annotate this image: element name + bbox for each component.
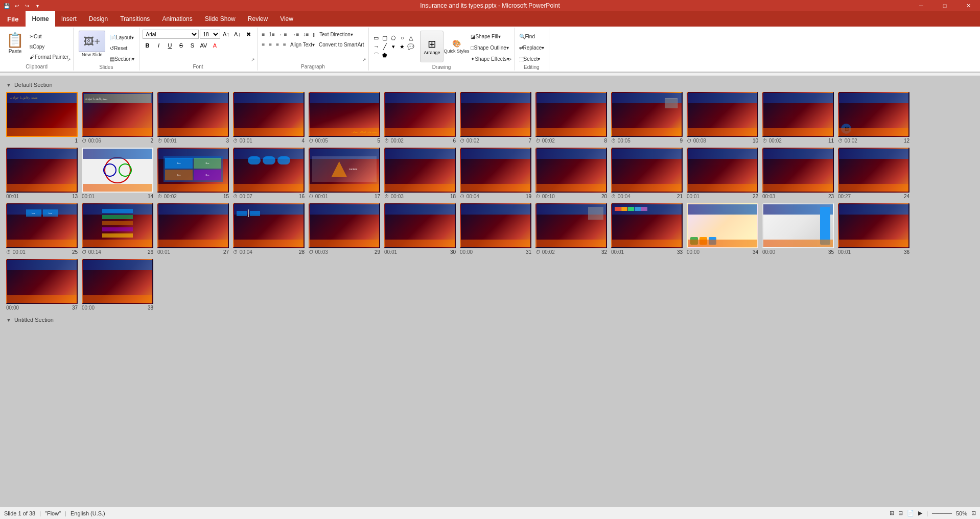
slide-item[interactable]: ⏱ 00:028	[535, 92, 607, 144]
text-shadow-button[interactable]: S	[188, 41, 198, 50]
shape-rect[interactable]: ▭	[372, 34, 380, 42]
slide-item[interactable]: 00:0323	[762, 148, 834, 199]
font-expand-icon[interactable]: ↗	[251, 57, 255, 62]
select-button[interactable]: ⬚ Select ▾	[518, 54, 542, 63]
tab-animations[interactable]: Animations	[156, 11, 198, 27]
font-color-button[interactable]: A	[210, 41, 220, 50]
shape-more[interactable]: ▾	[389, 42, 398, 51]
slide-item[interactable]: بیمه های امکانی پیمانی ⏱ 00:055	[309, 92, 380, 144]
slide-item[interactable]: بسمه رقانق با حوادث 1	[6, 92, 78, 144]
slide-item[interactable]: 00:0034	[687, 203, 758, 255]
slide-item[interactable]: 00:0113	[6, 148, 78, 199]
cut-button[interactable]: ✂ Cut	[28, 32, 70, 41]
shape-arrow[interactable]: →	[372, 42, 380, 51]
shape-triangle[interactable]: △	[407, 34, 415, 42]
slide-item[interactable]: ⏱ 00:027	[460, 92, 531, 144]
align-center-button[interactable]: ≡	[267, 40, 273, 49]
decrease-font-button[interactable]: A↓	[232, 30, 243, 39]
save-button[interactable]: 💾	[2, 1, 11, 10]
view-slideshow-icon[interactable]: ▶	[918, 510, 922, 516]
shape-star[interactable]: ★	[398, 42, 406, 51]
slide-item[interactable]: ⏱ 00:013	[157, 92, 229, 144]
undo-button[interactable]: ↩	[12, 1, 21, 10]
slide-item[interactable]: 00:0114	[82, 148, 153, 199]
paragraph-expand-icon[interactable]: ↗	[362, 57, 366, 62]
minimize-button[interactable]: ─	[909, 0, 933, 11]
view-reading-icon[interactable]: 📄	[907, 510, 914, 516]
slide-item[interactable]: ⏱ 00:0329	[309, 203, 380, 255]
tab-home[interactable]: Home	[26, 11, 55, 27]
strikethrough-button[interactable]: S	[176, 41, 186, 50]
arrange-button[interactable]: ⊞ Arrange	[420, 31, 444, 62]
tab-view[interactable]: View	[274, 11, 299, 27]
shape-rounded-rect[interactable]: ▢	[381, 34, 389, 42]
slide-item[interactable]: 🖥 ⏱ 00:0212	[838, 92, 909, 144]
slide-item[interactable]: ⏱ 00:1020	[535, 148, 607, 199]
slide-item[interactable]: ⏱ 00:0232	[535, 203, 607, 255]
copy-button[interactable]: ⎘ Copy	[28, 42, 70, 51]
new-slide-button[interactable]: 🖼+ New Slide	[77, 31, 107, 57]
shape-curve[interactable]: ⌒	[372, 51, 380, 59]
slide-item[interactable]: 00:0122	[687, 148, 758, 199]
slide-item[interactable]: ⏱ 00:0716	[233, 148, 305, 199]
quick-styles-button[interactable]: 🎨 Quick Styles	[446, 31, 467, 62]
view-normal-icon[interactable]: ⊞	[890, 510, 894, 516]
clipboard-expand-icon[interactable]: ↗	[67, 57, 71, 62]
section-button[interactable]: ▤ Section ▾	[108, 54, 135, 63]
slide-item[interactable]: 00:2724	[838, 148, 909, 199]
reset-button[interactable]: ↺ Reset	[108, 43, 135, 53]
bullets-button[interactable]: ≡	[261, 30, 267, 39]
slide-item[interactable]: بیمه رقانقه با حوادث ⏱ 00:06 2	[82, 92, 153, 144]
slide-item[interactable]: content ⏱ 00:0117	[309, 148, 380, 199]
drawing-expand-icon[interactable]: ↗	[508, 57, 512, 62]
shape-outline-button[interactable]: □ Shape Outline ▾	[469, 43, 510, 52]
justify-button[interactable]: ≡	[282, 40, 288, 49]
shape-line[interactable]: ╱	[381, 42, 389, 51]
slide-item[interactable]: 00:0136	[838, 203, 909, 255]
paste-button[interactable]: 📋 Paste	[3, 31, 27, 55]
align-right-button[interactable]: ≡	[274, 40, 281, 49]
shape-snip[interactable]: ⬠	[389, 34, 398, 42]
replace-button[interactable]: ⇄ Replace ▾	[518, 43, 546, 52]
zoom-fit-icon[interactable]: ⊡	[971, 510, 976, 516]
maximize-button[interactable]: □	[933, 0, 956, 11]
slide-item[interactable]: ⏱ 00:0810	[687, 92, 758, 144]
slide-item[interactable]: Box Box Box Box ⏱ 00:0215	[157, 148, 229, 199]
char-spacing-button[interactable]: AV	[199, 41, 209, 50]
slide-item[interactable]: ⏱ 00:0419	[460, 148, 531, 199]
slide-item[interactable]: 00:0130	[384, 203, 456, 255]
default-section-header[interactable]: ▼ Default Section	[6, 82, 974, 88]
columns-button[interactable]: ⫿	[311, 30, 317, 39]
tab-design[interactable]: Design	[83, 11, 114, 27]
slide-item[interactable]: ⏱ 00:0428	[233, 203, 305, 255]
shape-pentagon[interactable]: ⬟	[381, 51, 389, 59]
increase-indent-button[interactable]: →≡	[290, 30, 301, 39]
slide-item[interactable]: 00:0037	[6, 259, 78, 311]
shape-oval[interactable]: ○	[398, 34, 406, 42]
font-size-select[interactable]: 18	[200, 30, 220, 39]
slide-item[interactable]: ⏱ 00:0318	[384, 148, 456, 199]
bold-button[interactable]: B	[143, 41, 153, 50]
close-button[interactable]: ✕	[956, 0, 980, 11]
layout-button[interactable]: 📄 Layout ▾	[108, 33, 135, 42]
slide-item[interactable]: ⏱ 00:1426	[82, 203, 153, 255]
view-slide-sorter-icon[interactable]: ⊟	[898, 510, 903, 516]
font-name-select[interactable]: Arial	[143, 30, 199, 39]
slide-item[interactable]: 00:0038	[82, 259, 153, 311]
tab-file[interactable]: File	[0, 11, 26, 27]
text-direction-button[interactable]: Text Direction ▾	[318, 30, 355, 39]
tab-review[interactable]: Review	[242, 11, 274, 27]
tab-slideshow[interactable]: Slide Show	[199, 11, 242, 27]
align-text-button[interactable]: Align Text ▾	[289, 40, 316, 49]
shape-fill-button[interactable]: ◪ Shape Fill ▾	[469, 32, 510, 41]
numbering-button[interactable]: 1≡	[267, 30, 276, 39]
clear-format-button[interactable]: ✖	[244, 30, 254, 39]
tab-insert[interactable]: Insert	[55, 11, 83, 27]
underline-button[interactable]: U	[165, 41, 175, 50]
slide-item[interactable]: ⏱ 00:0211	[762, 92, 834, 144]
find-button[interactable]: 🔍 Find	[518, 32, 536, 41]
slide-item[interactable]: ⏱ 00:026	[384, 92, 456, 144]
slide-item[interactable]: box box ⏱ 00:0125	[6, 203, 78, 255]
slide-item[interactable]: 00:0127	[157, 203, 229, 255]
zoom-slider[interactable]: ─────	[932, 510, 952, 516]
